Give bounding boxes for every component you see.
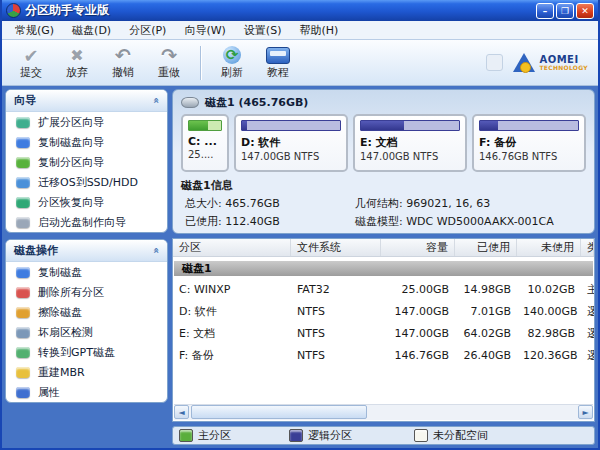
partition-table: 分区 文件系统 容量 已使用 未使用 类型 磁盘1 C: WINXP FAT32…	[172, 238, 595, 422]
sidebar-item-bootable-cd-wizard[interactable]: 启动光盘制作向导	[6, 212, 167, 232]
scroll-right-arrow[interactable]: ►	[578, 405, 593, 419]
tutorial-button[interactable]: 教程	[255, 42, 301, 84]
close-button[interactable]: ✕	[576, 3, 594, 19]
disk-title: 磁盘1 (465.76GB)	[205, 95, 308, 110]
minimize-button[interactable]: –	[536, 3, 554, 19]
refresh-button[interactable]: ⟳ 刷新	[209, 42, 255, 84]
partition-recovery-wizard-icon	[16, 197, 30, 208]
disk-header[interactable]: 磁盘1 (465.76GB)	[181, 94, 586, 111]
disk-group-row[interactable]: 磁盘1	[174, 261, 593, 276]
disk-icon	[181, 97, 199, 108]
sidebar-item-properties[interactable]: 属性	[6, 382, 167, 402]
unallocated-swatch	[414, 429, 428, 442]
menu-disk[interactable]: 磁盘(D)	[63, 23, 120, 38]
sidebar-item-convert-to-gpt[interactable]: 转换到GPT磁盘	[6, 342, 167, 362]
sidebar-item-rebuild-mbr[interactable]: 重建MBR	[6, 362, 167, 382]
undo-button[interactable]: ↶ 撤销	[100, 42, 146, 84]
disk-info: 磁盘1信息 总大小: 465.76GB 几何结构: 969021, 16, 63…	[181, 178, 586, 229]
disk-operations-panel: 磁盘操作 « 复制磁盘 删除所有分区 擦除磁盘 坏扇区检测	[5, 239, 168, 403]
x-icon: ✖	[70, 46, 83, 65]
sidebar-item-bad-sector-test[interactable]: 坏扇区检测	[6, 322, 167, 342]
disk-panel: 磁盘1 (465.76GB) C: ... 25.... D: 软件 147.0…	[172, 89, 595, 234]
disk-model: 磁盘模型: WDC WD5000AAKX-001CA	[355, 214, 586, 229]
sidebar-item-copy-disk[interactable]: 复制磁盘	[6, 262, 167, 282]
partition-usage-bar	[188, 120, 222, 131]
commit-button[interactable]: ✔ 提交	[8, 42, 54, 84]
table-row[interactable]: C: WINXP FAT32 25.00GB 14.98GB 10.02GB 主	[173, 278, 594, 300]
menu-help[interactable]: 帮助(H)	[290, 23, 347, 38]
copy-partition-wizard-icon	[16, 157, 30, 168]
disk-total-size: 总大小: 465.76GB	[185, 196, 355, 211]
legend-unallocated: 未分配空间	[414, 428, 488, 443]
disk-operations-panel-header[interactable]: 磁盘操作 «	[6, 240, 167, 262]
partition-block-d[interactable]: D: 软件 147.00GB NTFS	[234, 114, 348, 172]
menu-general[interactable]: 常规(G)	[6, 23, 63, 38]
refresh-icon: ⟳	[223, 46, 241, 64]
maximize-button[interactable]: ❐	[556, 3, 574, 19]
scrollbar-thumb[interactable]	[191, 405, 367, 419]
wizards-panel-header[interactable]: 向导 «	[6, 90, 167, 112]
toolbar-placeholder-box	[486, 54, 503, 71]
sidebar-item-partition-recovery-wizard[interactable]: 分区恢复向导	[6, 192, 167, 212]
table-row[interactable]: F: 备份 NTFS 146.76GB 26.40GB 120.36GB 逻辑	[173, 344, 594, 366]
legend-primary: 主分区	[179, 428, 231, 443]
table-row[interactable]: E: 文档 NTFS 147.00GB 64.02GB 82.98GB 逻辑	[173, 322, 594, 344]
disk-used: 已使用: 112.40GB	[185, 214, 355, 229]
extend-partition-wizard-icon	[16, 117, 30, 128]
menu-bar: 常规(G) 磁盘(D) 分区(P) 向导(W) 设置(S) 帮助(H)	[2, 21, 598, 40]
sidebar-item-copy-disk-wizard[interactable]: 复制磁盘向导	[6, 132, 167, 152]
column-header-capacity[interactable]: 容量	[381, 239, 455, 256]
redo-icon: ↷	[161, 44, 177, 66]
partition-block-e[interactable]: E: 文档 147.00GB NTFS	[353, 114, 467, 172]
scroll-left-arrow[interactable]: ◄	[174, 405, 189, 419]
primary-partition-swatch	[179, 429, 193, 442]
rebuild-mbr-icon	[16, 367, 30, 378]
redo-button[interactable]: ↷ 重做	[146, 42, 192, 84]
sidebar-item-wipe-disk[interactable]: 擦除磁盘	[6, 302, 167, 322]
aomei-triangle-icon	[513, 53, 535, 72]
menu-wizard[interactable]: 向导(W)	[175, 23, 234, 38]
tutorial-icon	[266, 47, 290, 64]
table-row[interactable]: D: 软件 NTFS 147.00GB 7.01GB 140.00GB 逻辑	[173, 300, 594, 322]
sidebar-item-copy-partition-wizard[interactable]: 复制分区向导	[6, 152, 167, 172]
partition-block-f[interactable]: F: 备份 146.76GB NTFS	[472, 114, 586, 172]
disk-geometry: 几何结构: 969021, 16, 63	[355, 196, 586, 211]
column-header-partition[interactable]: 分区	[173, 239, 291, 256]
bootable-cd-wizard-icon	[16, 217, 30, 228]
properties-icon	[16, 387, 30, 398]
sidebar-item-delete-all-partitions[interactable]: 删除所有分区	[6, 282, 167, 302]
column-header-unused[interactable]: 未使用	[517, 239, 581, 256]
collapse-chevron-icon[interactable]: «	[150, 247, 161, 253]
logical-partition-swatch	[289, 429, 303, 442]
partition-usage-bar	[479, 120, 579, 131]
legend-logical: 逻辑分区	[289, 428, 352, 443]
sidebar: 向导 « 扩展分区向导 复制磁盘向导 复制分区向导 迁移OS到SSD	[5, 89, 168, 445]
column-header-used[interactable]: 已使用	[455, 239, 517, 256]
column-header-type[interactable]: 类型	[581, 239, 594, 256]
wizards-panel: 向导 « 扩展分区向导 复制磁盘向导 复制分区向导 迁移OS到SSD	[5, 89, 168, 233]
toolbar: ✔ 提交 ✖ 放弃 ↶ 撤销 ↷ 重做 ⟳ 刷新 教程	[2, 40, 598, 86]
app-icon	[6, 3, 21, 18]
copy-disk-icon	[16, 267, 30, 278]
menu-partition[interactable]: 分区(P)	[120, 23, 175, 38]
discard-button[interactable]: ✖ 放弃	[54, 42, 100, 84]
sidebar-item-migrate-os[interactable]: 迁移OS到SSD/HDD	[6, 172, 167, 192]
legend-bar: 主分区 逻辑分区 未分配空间	[172, 426, 595, 445]
migrate-os-icon	[16, 177, 30, 188]
copy-disk-wizard-icon	[16, 137, 30, 148]
partition-usage-bar	[241, 120, 341, 131]
partition-row: C: ... 25.... D: 软件 147.00GB NTFS E: 文档 …	[181, 114, 586, 172]
collapse-chevron-icon[interactable]: «	[150, 97, 161, 103]
table-header-row: 分区 文件系统 容量 已使用 未使用 类型	[173, 239, 594, 257]
partition-block-c[interactable]: C: ... 25....	[181, 114, 229, 172]
column-header-filesystem[interactable]: 文件系统	[291, 239, 381, 256]
disk-info-title: 磁盘1信息	[181, 178, 586, 193]
app-window: 分区助手专业版 – ❐ ✕ 常规(G) 磁盘(D) 分区(P) 向导(W) 设置…	[0, 0, 600, 450]
wipe-disk-icon	[16, 307, 30, 318]
convert-to-gpt-icon	[16, 347, 30, 358]
toolbar-separator	[200, 46, 201, 80]
undo-icon: ↶	[115, 44, 131, 66]
horizontal-scrollbar[interactable]: ◄ ►	[174, 404, 593, 420]
menu-settings[interactable]: 设置(S)	[235, 23, 291, 38]
sidebar-item-extend-partition-wizard[interactable]: 扩展分区向导	[6, 112, 167, 132]
